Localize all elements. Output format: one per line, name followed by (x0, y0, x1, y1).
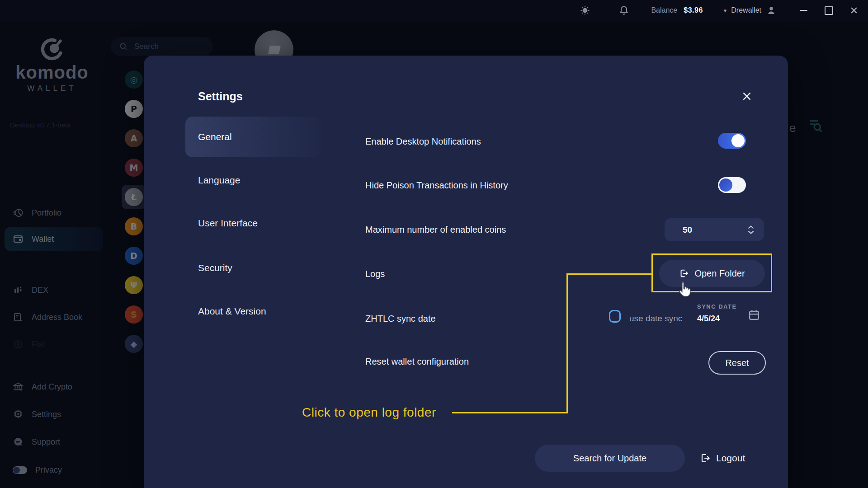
logout-button[interactable]: Logout (700, 445, 745, 472)
bell-icon (618, 5, 629, 16)
close-modal-button[interactable] (739, 88, 755, 104)
tab-security[interactable]: Security (198, 258, 334, 278)
close-icon (849, 6, 859, 15)
notifications-button[interactable] (618, 5, 629, 16)
tab-label: About & Version (198, 306, 266, 317)
search-for-update-label: Search for Update (573, 453, 646, 464)
setting-label-notifications: Enable Desktop Notifications (365, 136, 481, 147)
modal-title: Settings (198, 90, 243, 103)
toggle-knob (731, 134, 745, 147)
title-bar: Balance $3.96 ▾ Drewallet (0, 0, 868, 21)
calendar-icon[interactable] (748, 309, 760, 321)
sync-date-value: 4/5/24 (697, 314, 720, 324)
balance-label: Balance (651, 6, 677, 14)
setting-label-zhtlc: ZHTLC sync date (365, 314, 436, 324)
annotation-line-vertical (566, 273, 568, 413)
tab-general[interactable]: General (198, 127, 334, 147)
annotation-highlight-box (651, 253, 772, 292)
divider (352, 114, 352, 429)
close-window-button[interactable] (844, 0, 864, 21)
reset-label: Reset (725, 358, 749, 368)
setting-label-max-coins: Maximum number of enabled coins (365, 225, 506, 235)
tab-label: Security (198, 263, 232, 273)
tab-label: User Interface (198, 218, 258, 229)
minimize-button[interactable] (793, 0, 814, 21)
annotation-text: Click to open log folder (302, 405, 436, 420)
minimize-icon (800, 10, 807, 11)
stepper-arrows[interactable] (748, 225, 754, 234)
theme-toggle-button[interactable] (580, 5, 590, 16)
tab-label: General (198, 131, 232, 142)
export-icon (700, 453, 711, 464)
sync-date-label: SYNC DATE (697, 303, 737, 310)
setting-label-poison: Hide Poison Transactions in History (365, 180, 508, 191)
tab-label: Language (198, 175, 240, 186)
cursor-icon (675, 280, 694, 299)
search-for-update-button[interactable]: Search for Update (535, 445, 685, 472)
close-icon (741, 90, 753, 102)
setting-label-reset: Reset wallet configuration (365, 357, 469, 367)
account-name[interactable]: Drewallet (731, 6, 761, 14)
annotation-line-horizontal-2 (566, 273, 651, 275)
setting-label-logs: Logs (365, 269, 385, 279)
balance-value: $3.96 (684, 6, 703, 14)
sun-icon (580, 5, 590, 16)
use-date-sync-label: use date sync (629, 314, 682, 324)
maximize-button[interactable] (818, 0, 839, 21)
poison-transactions-toggle[interactable] (718, 177, 746, 193)
annotation-line-horizontal-1 (452, 412, 568, 413)
logout-label: Logout (716, 453, 745, 464)
maximize-icon (825, 6, 833, 15)
use-date-sync-checkbox[interactable] (609, 310, 621, 323)
max-coins-value: 50 (683, 225, 692, 235)
tab-language[interactable]: Language (198, 170, 334, 190)
toggle-knob (719, 178, 732, 192)
reset-button[interactable]: Reset (708, 351, 766, 375)
app-window: Balance $3.96 ▾ Drewallet komodo WALLET … (0, 0, 868, 488)
tab-user-interface[interactable]: User Interface (198, 213, 334, 233)
caret-down-icon[interactable]: ▾ (724, 7, 727, 14)
stepper-up-icon (748, 225, 754, 229)
tab-about-version[interactable]: About & Version (198, 301, 334, 321)
person-icon[interactable] (766, 5, 777, 16)
stepper-down-icon (748, 230, 754, 234)
notifications-toggle[interactable] (718, 133, 746, 149)
max-coins-stepper[interactable]: 50 (665, 218, 764, 241)
